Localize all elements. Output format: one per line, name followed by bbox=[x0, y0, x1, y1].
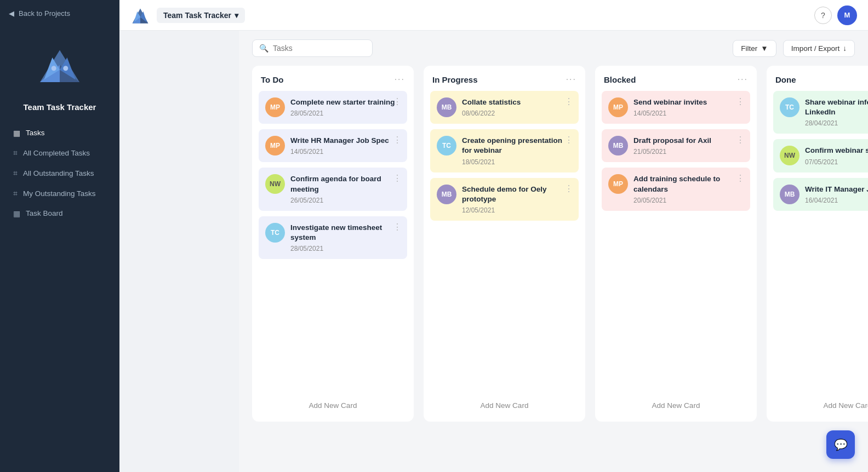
main-content: 🔍 Filter ▼ Import / Export ↓ To Do···MPC… bbox=[239, 31, 868, 472]
avatar: NW bbox=[780, 146, 800, 165]
help-button[interactable]: ? bbox=[814, 7, 832, 24]
card-title: Create opening presentation for webinar bbox=[462, 136, 572, 156]
card-date: 28/04/2021 bbox=[805, 119, 868, 127]
chevron-left-icon: ◀ bbox=[9, 9, 14, 18]
column-cards-blocked: MPSend webinar invites14/05/2021⋮MBDraft… bbox=[595, 91, 757, 389]
task-card[interactable]: MBDraft proposal for Axil21/05/2021⋮ bbox=[602, 129, 750, 162]
sidebar-title: Team Task Tracker bbox=[15, 97, 105, 124]
sidebar-item-my-outstanding[interactable]: ⌗ My Outstanding Tasks bbox=[5, 184, 114, 203]
avatar: TC bbox=[265, 223, 285, 243]
card-content: Collate statistics08/06/2022 bbox=[462, 97, 572, 117]
app-logo bbox=[35, 43, 84, 92]
column-menu-inprogress[interactable]: ··· bbox=[566, 74, 576, 84]
card-date: 21/05/2021 bbox=[633, 148, 744, 156]
task-card[interactable]: MBCollate statistics08/06/2022⋮ bbox=[430, 91, 579, 124]
sidebar-item-all-outstanding[interactable]: ⌗ All Outstanding Tasks bbox=[5, 164, 114, 183]
card-title: Collate statistics bbox=[462, 97, 572, 107]
column-cards-inprogress: MBCollate statistics08/06/2022⋮TCCreate … bbox=[424, 91, 585, 389]
svg-point-5 bbox=[52, 66, 56, 71]
column-header-blocked: Blocked··· bbox=[595, 66, 757, 91]
card-title: Confirm webinar speakers bbox=[805, 146, 868, 156]
import-export-label: Import / Export bbox=[791, 44, 840, 53]
task-card[interactable]: MPComplete new starter training28/05/202… bbox=[259, 91, 407, 124]
avatar: MB bbox=[437, 185, 456, 204]
card-date: 20/05/2021 bbox=[633, 197, 744, 204]
filter-button[interactable]: Filter ▼ bbox=[733, 40, 776, 57]
column-menu-todo[interactable]: ··· bbox=[395, 74, 405, 84]
search-box: 🔍 bbox=[252, 39, 373, 57]
avatar: MP bbox=[608, 174, 628, 194]
card-menu-button[interactable]: ⋮ bbox=[393, 135, 402, 145]
task-card[interactable]: MBSchedule demo for Oely prototype12/05/… bbox=[430, 178, 579, 221]
toolbar: 🔍 Filter ▼ Import / Export ↓ bbox=[239, 31, 868, 66]
card-title: Complete new starter training bbox=[290, 97, 401, 107]
filter-icon: ▼ bbox=[761, 44, 768, 53]
avatar: NW bbox=[265, 174, 285, 194]
task-card[interactable]: TCCreate opening presentation for webina… bbox=[430, 129, 579, 172]
task-card[interactable]: TCShare webinar information on LinkedIn2… bbox=[773, 91, 868, 134]
column-header-todo: To Do··· bbox=[252, 66, 414, 91]
avatar: MB bbox=[437, 97, 456, 117]
task-card[interactable]: NWConfirm agenda for board meeting26/05/… bbox=[259, 168, 407, 210]
card-menu-button[interactable]: ⋮ bbox=[564, 96, 573, 107]
sidebar-item-all-completed[interactable]: ⌗ All Completed Tasks bbox=[5, 143, 114, 163]
task-card[interactable]: MPAdd training schedule to calendars20/0… bbox=[602, 168, 750, 210]
project-title-button[interactable]: Team Task Tracker ▾ bbox=[157, 8, 245, 23]
filter-icon: ⌗ bbox=[13, 148, 18, 158]
task-card[interactable]: MBWrite IT Manager Job Spec16/04/2021⋮ bbox=[773, 178, 868, 211]
task-card[interactable]: NWConfirm webinar speakers07/05/2021⋮ bbox=[773, 139, 868, 172]
card-menu-button[interactable]: ⋮ bbox=[564, 135, 573, 145]
avatar: MP bbox=[608, 97, 628, 117]
back-to-projects-button[interactable]: ◀ Back to Projects bbox=[0, 0, 119, 26]
card-menu-button[interactable]: ⋮ bbox=[736, 135, 745, 145]
column-cards-todo: MPComplete new starter training28/05/202… bbox=[252, 91, 414, 389]
board-icon: ▦ bbox=[13, 209, 20, 218]
add-new-card-todo[interactable]: Add New Card bbox=[259, 396, 407, 415]
card-menu-button[interactable]: ⋮ bbox=[393, 173, 402, 183]
card-menu-button[interactable]: ⋮ bbox=[564, 183, 573, 194]
task-card[interactable]: TCInvestigate new timesheet system28/05/… bbox=[259, 216, 407, 259]
user-avatar-button[interactable]: M bbox=[837, 5, 857, 25]
sidebar-item-task-board[interactable]: ▦ Task Board bbox=[5, 204, 114, 223]
topbar-logo-icon bbox=[130, 5, 150, 25]
column-header-inprogress: In Progress··· bbox=[424, 66, 585, 91]
task-card[interactable]: MPSend webinar invites14/05/2021⋮ bbox=[602, 91, 750, 124]
import-export-button[interactable]: Import / Export ↓ bbox=[783, 40, 855, 57]
project-title-label: Team Task Tracker bbox=[163, 11, 231, 20]
sidebar-item-all-outstanding-label: All Outstanding Tasks bbox=[23, 169, 94, 177]
grid-icon: ▦ bbox=[13, 129, 20, 137]
card-date: 08/06/2022 bbox=[462, 110, 572, 117]
card-menu-button[interactable]: ⋮ bbox=[736, 96, 745, 107]
chevron-down-icon: ▾ bbox=[235, 11, 238, 20]
sidebar-item-tasks[interactable]: ▦ Tasks bbox=[5, 124, 114, 142]
chat-button[interactable]: 💬 bbox=[826, 430, 855, 459]
filter-icon-2: ⌗ bbox=[13, 169, 18, 178]
add-new-card-blocked[interactable]: Add New Card bbox=[602, 396, 750, 415]
add-new-card-done[interactable]: Add New Card bbox=[773, 396, 868, 415]
sidebar-item-all-completed-label: All Completed Tasks bbox=[23, 149, 90, 157]
column-menu-blocked[interactable]: ··· bbox=[738, 74, 748, 84]
search-input[interactable] bbox=[273, 44, 366, 53]
card-title: Write HR Manager Job Spec bbox=[290, 136, 401, 146]
card-menu-button[interactable]: ⋮ bbox=[393, 222, 402, 232]
column-title-inprogress: In Progress bbox=[432, 75, 478, 84]
column-cards-done: TCShare webinar information on LinkedIn2… bbox=[767, 91, 868, 389]
column-todo: To Do···MPComplete new starter training2… bbox=[252, 66, 414, 422]
column-inprogress: In Progress···MBCollate statistics08/06/… bbox=[424, 66, 585, 422]
add-new-card-inprogress[interactable]: Add New Card bbox=[430, 396, 579, 415]
card-date: 12/05/2021 bbox=[462, 206, 572, 214]
card-title: Share webinar information on LinkedIn bbox=[805, 97, 868, 117]
avatar: MB bbox=[780, 185, 800, 204]
card-content: Confirm agenda for board meeting26/05/20… bbox=[290, 174, 401, 204]
card-date: 28/05/2021 bbox=[290, 110, 401, 117]
filter-icon-3: ⌗ bbox=[13, 189, 18, 198]
sidebar-item-my-outstanding-label: My Outstanding Tasks bbox=[23, 189, 96, 198]
column-title-blocked: Blocked bbox=[604, 75, 636, 84]
search-icon: 🔍 bbox=[259, 44, 269, 53]
card-date: 28/05/2021 bbox=[290, 245, 401, 252]
card-menu-button[interactable]: ⋮ bbox=[393, 96, 402, 107]
card-date: 14/05/2021 bbox=[633, 110, 744, 117]
card-menu-button[interactable]: ⋮ bbox=[736, 173, 745, 183]
task-card[interactable]: MPWrite HR Manager Job Spec14/05/2021⋮ bbox=[259, 129, 407, 162]
sidebar-item-task-board-label: Task Board bbox=[26, 209, 63, 217]
